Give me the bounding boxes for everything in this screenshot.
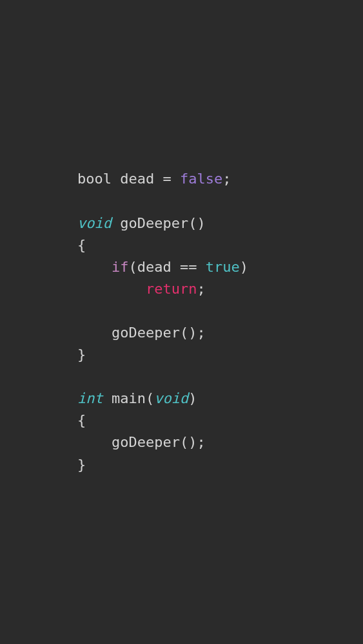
brace-open: { [77,237,86,253]
fn-godeeper: goDeeper [120,215,188,231]
line-5: if(dead == true) [77,259,248,275]
assign-op: = [162,171,171,187]
keyword-if: if [112,259,129,275]
call-godeeper: goDeeper(); [112,434,206,450]
line-6: return; [77,281,206,297]
line-3: void goDeeper() [77,215,206,231]
brace-open: { [77,412,86,428]
code-snippet: bool dead = false; void goDeeper() { if(… [77,168,248,475]
ident-dead: dead [120,171,154,187]
fn-main: main [112,390,146,406]
line-13: goDeeper(); [77,434,206,450]
brace-close: } [77,457,86,473]
keyword-return: return [146,281,197,297]
line-11: int main(void) [77,390,197,406]
literal-false: false [180,171,222,187]
literal-true: true [206,259,240,275]
line-1: bool dead = false; [77,171,231,187]
param-void: void [154,390,188,406]
line-8: goDeeper(); [77,325,206,341]
brace-close: } [77,346,86,363]
type-int: int [77,390,103,406]
type-void: void [77,215,112,231]
call-godeeper: goDeeper(); [112,325,206,341]
type-bool: bool [77,171,112,187]
eq-op: == [180,259,197,275]
